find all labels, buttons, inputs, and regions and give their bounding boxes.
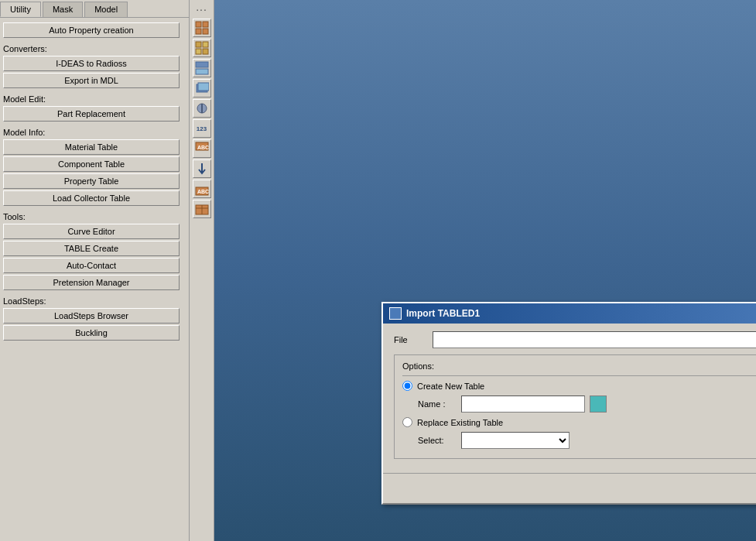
replace-existing-radio-row: Replace Existing Table	[402, 417, 756, 427]
create-new-radio-row: Create New Table	[402, 381, 756, 391]
more-icon[interactable]: ···	[196, 3, 207, 15]
replace-existing-radio[interactable]	[402, 417, 412, 427]
svg-rect-8	[196, 62, 208, 67]
modal-title: Import TABLED1	[406, 308, 480, 319]
tab-utility[interactable]: Utility	[0, 2, 41, 17]
svg-rect-11	[198, 83, 209, 91]
abc-icon-2[interactable]: ABC	[193, 180, 211, 198]
tab-model[interactable]: Model	[84, 2, 128, 17]
load-collector-table-btn[interactable]: Load Collector Table	[3, 190, 180, 206]
material-table-btn[interactable]: Material Table	[3, 139, 180, 155]
create-new-radio[interactable]	[402, 381, 412, 391]
svg-rect-5	[203, 42, 208, 47]
property-table-btn[interactable]: Property Table	[3, 173, 180, 189]
svg-rect-3	[203, 29, 208, 34]
toolbar-icon-1[interactable]	[193, 19, 211, 37]
create-new-label[interactable]: Create New Table	[417, 382, 484, 391]
left-panel: Utility Mask Model Auto Property creatio…	[0, 0, 190, 541]
tab-mask[interactable]: Mask	[43, 2, 83, 17]
svg-rect-4	[196, 42, 201, 47]
curve-editor-btn[interactable]: Curve Editor	[3, 224, 180, 239]
tools-label: Tools:	[3, 212, 186, 221]
auto-contact-btn[interactable]: Auto-Contact	[3, 258, 180, 273]
options-divider	[402, 375, 756, 376]
svg-text:ABC: ABC	[197, 145, 209, 150]
toolbar-icon-5[interactable]	[193, 99, 211, 118]
toolbar-icon-2[interactable]	[193, 39, 211, 57]
select-dropdown[interactable]	[461, 432, 570, 449]
file-row: File Browse...	[394, 331, 756, 348]
arrow-down-icon[interactable]	[193, 159, 211, 178]
info-icon[interactable]: 123	[193, 119, 211, 138]
select-row: Select:	[418, 432, 756, 449]
modal-icon	[389, 307, 402, 320]
pretension-manager-btn[interactable]: Pretension Manager	[3, 275, 180, 290]
svg-rect-7	[203, 49, 208, 54]
converters-label: Converters:	[3, 44, 186, 53]
loadsteps-browser-btn[interactable]: LoadSteps Browser	[3, 308, 180, 324]
table-create-btn[interactable]: TABLE Create	[3, 241, 180, 256]
options-label: Options:	[402, 361, 756, 371]
modal-titlebar: Import TABLED1 ✕	[383, 303, 756, 324]
viewport: ···	[190, 0, 756, 541]
component-table-btn[interactable]: Component Table	[3, 156, 180, 172]
left-content: Auto Property creation Converters: I-DEA…	[0, 18, 189, 541]
file-input[interactable]	[433, 331, 756, 348]
auto-property-btn[interactable]: Auto Property creation	[3, 22, 180, 38]
name-label: Name :	[418, 399, 457, 409]
color-picker-btn[interactable]	[590, 395, 607, 413]
tab-bar: Utility Mask Model	[0, 0, 189, 18]
export-mdl-btn[interactable]: Export in MDL	[3, 73, 180, 88]
svg-rect-9	[196, 69, 208, 74]
buckling-btn[interactable]: Buckling	[3, 325, 180, 341]
modal-footer: Apply Exit	[383, 473, 756, 503]
main-container: Utility Mask Model Auto Property creatio…	[0, 0, 756, 541]
model-info-label: Model Info:	[3, 128, 186, 137]
name-row: Name :	[418, 395, 756, 413]
toolbar-icon-3[interactable]	[193, 59, 211, 77]
modal-body: File Browse... Options: Create New Table	[383, 324, 756, 473]
abc-icon-1[interactable]: ABC	[193, 139, 211, 158]
import-tabled1-dialog: Import TABLED1 ✕ File Browse... Options:	[381, 302, 756, 505]
ideas-to-radioss-btn[interactable]: I-DEAS to Radioss	[3, 56, 180, 71]
svg-rect-0	[196, 22, 201, 27]
file-label: File	[394, 335, 433, 344]
toolbar-icon-4[interactable]	[193, 79, 211, 98]
modal-title-left: Import TABLED1	[389, 307, 480, 320]
svg-rect-2	[196, 29, 201, 34]
svg-rect-1	[203, 22, 208, 27]
svg-rect-6	[196, 49, 201, 54]
select-label: Select:	[418, 436, 457, 445]
options-group: Options: Create New Table Name :	[394, 354, 756, 459]
table-view-icon[interactable]	[193, 200, 211, 218]
replace-existing-label[interactable]: Replace Existing Table	[417, 418, 503, 427]
part-replacement-btn[interactable]: Part Replacement	[3, 106, 180, 122]
modal-overlay: Import TABLED1 ✕ File Browse... Options:	[381, 302, 756, 505]
loadsteps-label: LoadSteps:	[3, 296, 186, 306]
name-input[interactable]	[461, 395, 585, 413]
svg-text:ABC: ABC	[197, 189, 209, 194]
model-edit-label: Model Edit:	[3, 94, 186, 104]
vertical-toolbar: ···	[190, 0, 214, 541]
